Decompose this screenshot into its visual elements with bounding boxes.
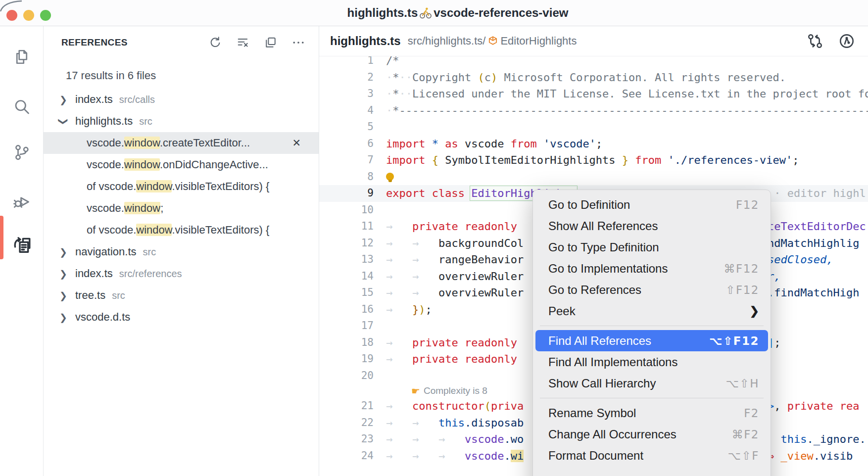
menu-item-format-document[interactable]: Format Document⌥⇧F [535, 445, 768, 466]
window-title: highlights.ts vscode-references-view [347, 6, 569, 20]
menu-item-label: Go to Type Definition [548, 240, 659, 254]
activity-explorer[interactable] [0, 44, 43, 70]
activity-source-control[interactable] [0, 140, 43, 165]
code-token: this [438, 417, 465, 429]
activity-search[interactable] [0, 95, 43, 120]
breadcrumb-path[interactable]: src/highlights.ts/ [408, 35, 486, 48]
result-token: .visibleTextEditors) { [172, 224, 269, 236]
code-token: · editor highl [774, 187, 866, 199]
chevron-icon[interactable]: ❯ [57, 268, 69, 280]
zoom-window-button[interactable] [40, 10, 51, 21]
code-token: Copyright [412, 71, 478, 84]
menu-separator [540, 326, 764, 326]
menu-item-go-to-references[interactable]: Go to References⇧F12 [535, 279, 768, 300]
tab-whitespace-icon: → [386, 251, 412, 268]
code-line[interactable]: 2·*··Copyright (c) Microsoft Corporation… [319, 69, 868, 86]
timeline-icon[interactable] [838, 33, 855, 49]
refresh-icon[interactable] [208, 35, 223, 50]
activity-run-debug[interactable] [0, 189, 43, 215]
reference-result-row[interactable]: vscode.window.createTextEditor...✕ [44, 132, 319, 154]
line-number: 1 [319, 56, 374, 69]
code-token: _view [781, 450, 814, 462]
code-text: import { SymbolItemEditorHighlights } fr… [386, 152, 799, 169]
chevron-icon[interactable]: ❯ [57, 290, 69, 301]
menu-item-go-to-implementations[interactable]: Go to Implementations⌘F12 [535, 258, 768, 279]
code-text: →constructor(priva [386, 398, 524, 415]
menu-item-peek[interactable]: Peek❯ [535, 300, 768, 322]
code-line[interactable]: 1/* [319, 56, 868, 69]
code-token [458, 336, 465, 349]
code-text-right: >, private rea [768, 398, 859, 415]
code-text-right: teTextEditorDec [768, 218, 866, 235]
chevron-icon[interactable]: ❯ [57, 312, 69, 323]
tab-whitespace-icon: → [386, 301, 412, 318]
code-token: private rea [787, 400, 860, 412]
menu-item-rename-symbol[interactable]: Rename SymbolF2 [535, 402, 768, 424]
reference-file-row[interactable]: ❯vscode.d.ts [44, 306, 319, 328]
line-number: 3 [319, 86, 374, 102]
code-token: priva [491, 400, 524, 412]
code-token [425, 138, 432, 150]
clear-results-icon[interactable] [236, 35, 250, 50]
minimize-window-button[interactable] [23, 10, 34, 21]
collapse-all-icon[interactable] [263, 35, 278, 50]
chevron-icon[interactable]: ❯ [57, 246, 69, 258]
breadcrumb-file[interactable]: highlights.ts [330, 34, 401, 48]
tab-whitespace-icon: → [386, 431, 412, 448]
code-token [425, 154, 432, 166]
line-number: 13 [319, 251, 374, 268]
code-token [517, 353, 524, 365]
reference-result-row[interactable]: vscode.window.onDidChangeActive... [44, 154, 319, 176]
chevron-icon[interactable]: ❯ [57, 94, 69, 105]
breadcrumb-symbol[interactable]: EditorHighlights [500, 35, 577, 48]
menu-item-label: Go to Definition [548, 198, 630, 212]
editor-actions [807, 26, 855, 56]
dismiss-reference-button[interactable]: ✕ [292, 137, 301, 149]
reference-file-row[interactable]: ❯navigation.tssrc [44, 241, 319, 263]
menu-item-find-all-implementations[interactable]: Find All Implementations [535, 351, 768, 373]
reference-file-row[interactable]: ❯tree.tssrc [44, 285, 319, 306]
code-token: ; [426, 303, 432, 316]
line-number: 20 [319, 368, 374, 384]
references-panel: REFERENCES [44, 26, 319, 476]
menu-item-find-all-references[interactable]: Find All References⌥⇧F12 [535, 330, 768, 351]
more-actions-icon[interactable] [291, 35, 306, 50]
menu-item-label: Go to Implementations [548, 262, 668, 276]
code-text-right: ndMatchHighlig [768, 235, 859, 252]
code-line[interactable]: 5 [319, 119, 868, 136]
reference-file-row[interactable]: ❯index.tssrc/references [44, 263, 319, 285]
reference-file-row[interactable]: ❯index.tssrc/calls [44, 89, 319, 110]
result-text: of vscode.window.visibleTextEditors) { [87, 180, 269, 193]
menu-item-go-to-type-definition[interactable]: Go to Type Definition [535, 237, 768, 258]
reference-result-row[interactable]: of vscode.window.visibleTextEditors) { [44, 176, 319, 197]
search-icon [13, 98, 31, 116]
code-text: ·*··Licensed under the MIT License. See … [386, 86, 868, 102]
code-line[interactable]: 7import { SymbolItemEditorHighlights } f… [319, 152, 868, 169]
open-changes-icon[interactable] [807, 33, 823, 49]
file-path: src/references [119, 268, 182, 280]
context-menu: Go to DefinitionF12Show All ReferencesGo… [532, 190, 771, 476]
menu-item-show-call-hierarchy[interactable]: Show Call Hierarchy⌥⇧H [535, 373, 768, 394]
code-token [628, 154, 635, 166]
line-number: 24 [319, 448, 374, 465]
activity-references-view[interactable] [0, 232, 43, 258]
reference-result-row[interactable]: of vscode.window.visibleTextEditors) { [44, 219, 319, 241]
menu-item-change-all-occurrences[interactable]: Change All Occurrences⌘F2 [535, 424, 768, 445]
close-window-button[interactable] [6, 10, 17, 21]
reference-file-row[interactable]: ❯highlights.tssrc [44, 110, 319, 132]
code-line[interactable]: 4·*-------------------------------------… [319, 102, 868, 119]
menu-item-go-to-definition[interactable]: Go to DefinitionF12 [535, 194, 768, 215]
code-token: .wo [504, 433, 524, 445]
menu-shortcut: F2 [744, 407, 759, 420]
reference-result-row[interactable]: vscode.window; [44, 197, 319, 219]
code-text: /* [386, 56, 399, 69]
chevron-icon[interactable]: ❯ [58, 115, 69, 127]
code-line[interactable]: 8 [319, 169, 868, 186]
code-text: →→overviewRuler [386, 268, 524, 285]
lightbulb-icon[interactable] [386, 173, 394, 181]
code-line[interactable]: 6import * as vscode from 'vscode'; [319, 136, 868, 152]
menu-item-show-all-references[interactable]: Show All References [535, 215, 768, 237]
code-token: vscode [458, 138, 511, 150]
menu-shortcut: ⌥⇧H [725, 377, 759, 390]
code-line[interactable]: 3·*··Licensed under the MIT License. See… [319, 86, 868, 102]
